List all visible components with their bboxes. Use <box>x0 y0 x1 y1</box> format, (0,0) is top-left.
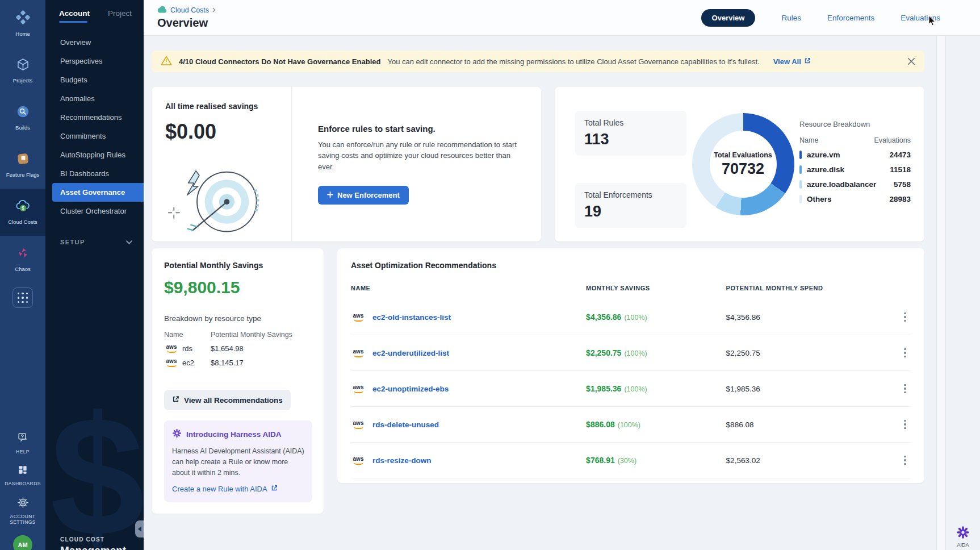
recommendation-link[interactable]: rds-delete-unused <box>372 420 439 429</box>
sidebar-item-perspectives[interactable]: Perspectives <box>45 52 144 70</box>
sidebar-item-autostopping-rules[interactable]: AutoStopping Rules <box>45 145 144 164</box>
tab-rules[interactable]: Rules <box>781 14 801 22</box>
external-link-icon <box>271 485 278 493</box>
banner-message: You can edit connector to add the missin… <box>387 57 759 66</box>
tab-overview[interactable]: Overview <box>701 9 756 27</box>
aida-promo-box: Introducing Harness AIDA Harness AI Deve… <box>164 420 312 502</box>
rail-item-label: Projects <box>2 77 43 84</box>
external-link-icon <box>804 57 811 66</box>
aida-assistant-button[interactable]: AIDA <box>956 526 970 548</box>
rail-item-chaos[interactable]: Chaos <box>0 236 45 283</box>
sidebar-item-cluster-orchestrator[interactable]: Cluster Orchestrator <box>45 202 144 220</box>
sidebar-item-asset-governance[interactable]: Asset Governance <box>52 183 144 202</box>
dollar-watermark: $ <box>50 391 144 550</box>
recommendation-link[interactable]: ec2-unoptimized-ebs <box>372 385 449 393</box>
sidebar-menu: Overview Perspectives Budgets Anomalies … <box>45 33 144 220</box>
target-illustration <box>165 166 278 241</box>
tab-enforcements[interactable]: Enforcements <box>827 14 874 22</box>
rail-item-feature-flags[interactable]: Feature Flags <box>0 141 45 189</box>
row-menu-kebab-icon[interactable] <box>899 453 911 468</box>
banner-title: 4/10 Cloud Connectors Do Not Have Govern… <box>179 57 380 66</box>
aws-icon: aws <box>351 420 366 429</box>
main-content: Cloud Costs Overview Overview Rules Enfo… <box>144 0 980 550</box>
tab-project[interactable]: Project <box>108 9 132 23</box>
recommendation-link[interactable]: rds-resize-down <box>372 456 432 465</box>
cloud-costs-icon <box>15 199 31 215</box>
sidebar-item-recommendations[interactable]: Recommendations <box>45 108 144 127</box>
breadcrumb-cloud-costs-link[interactable]: Cloud Costs <box>170 6 209 14</box>
help-chat-icon <box>16 431 29 446</box>
cloud-icon <box>157 6 167 15</box>
apps-grid-icon <box>12 288 33 308</box>
chaos-icon <box>16 246 30 262</box>
legend-row: azure.loadbalancer 5758 <box>799 180 911 189</box>
breakdown-headers: Name Potential Monthly Savings <box>164 331 312 339</box>
aida-fab-label: AIDA <box>957 542 969 548</box>
plus-icon <box>327 191 333 199</box>
create-rule-with-aida-link[interactable]: Create a new Rule with AIDA <box>172 485 304 493</box>
rail-item-label: Chaos <box>2 266 43 272</box>
sidebar-item-commitments[interactable]: Commitments <box>45 127 144 145</box>
legend-row: Others 28983 <box>799 195 911 203</box>
aida-body: Harness AI Development Assistant (AIDA) … <box>172 446 304 478</box>
breadcrumb: Cloud Costs Overview <box>157 6 216 30</box>
recommendation-link[interactable]: ec2-underutilized-list <box>372 349 449 357</box>
total-enforcements-label: Total Enforcements <box>584 190 677 199</box>
donut-center-value: 70732 <box>722 160 764 178</box>
rail-item-dashboards[interactable]: DASHBOARDS <box>5 464 41 487</box>
sidebar-item-bi-dashboards[interactable]: BI Dashboards <box>45 164 144 183</box>
scrollbar[interactable] <box>936 36 946 550</box>
view-all-link[interactable]: View All <box>773 57 811 66</box>
aida-title: Introducing Harness AIDA <box>186 430 282 439</box>
close-icon[interactable] <box>907 57 915 65</box>
rail-item-label: ACCOUNT SETTINGS <box>5 514 41 526</box>
new-enforcement-button[interactable]: New Enforcement <box>318 186 409 205</box>
module-picker-button[interactable] <box>0 283 45 312</box>
rail-item-account-settings[interactable]: ACCOUNT SETTINGS <box>5 497 41 526</box>
sidebar-collapse-button[interactable] <box>135 520 144 538</box>
legend-color-azure-disk <box>799 165 802 174</box>
rail-item-home[interactable]: Home <box>0 0 45 47</box>
rail-item-projects[interactable]: Projects <box>0 47 45 94</box>
asset-optimization-card: Asset Optimization Recommendations NAME … <box>337 248 924 483</box>
legend-title: Resource Breakdown <box>799 120 911 128</box>
rail-bottom-group: HELP DASHBOARDS ACCOUNT SETTINGS AM <box>0 431 45 550</box>
row-menu-kebab-icon[interactable] <box>899 346 911 360</box>
scope-tabs: Account Project <box>45 0 144 28</box>
legend-color-azure-vm <box>799 151 802 159</box>
view-all-recommendations-button[interactable]: View all Recommendations <box>164 390 291 410</box>
tab-account[interactable]: Account <box>59 9 90 23</box>
table-row: aws ec2-unoptimized-ebs $1,985.36(100%) … <box>351 371 911 407</box>
rail-item-label: Feature Flags <box>2 172 43 178</box>
governance-stats-card: Total Rules 113 Total Enforcements 19 To… <box>555 87 924 241</box>
sidebar-item-overview[interactable]: Overview <box>45 33 144 52</box>
table-row: aws ec2-underutilized-list $2,250.75(100… <box>351 335 911 371</box>
tab-evaluations[interactable]: Evaluations <box>901 14 940 22</box>
governance-nav: Overview Rules Enforcements Evaluations <box>701 9 940 27</box>
total-enforcements-tile: Total Enforcements 19 <box>575 183 686 228</box>
cloud-costs-sidebar: Account Project Overview Perspectives Bu… <box>45 0 144 550</box>
sidebar-item-anomalies[interactable]: Anomalies <box>45 89 144 108</box>
legend-row: azure.vm 24473 <box>799 151 911 159</box>
realised-savings-summary: All time realised savings $0.00 <box>152 87 292 241</box>
rail-item-help[interactable]: HELP <box>16 431 30 455</box>
setup-section-toggle[interactable]: SETUP <box>45 234 144 250</box>
recommendations-title: Asset Optimization Recommendations <box>351 261 911 270</box>
recommendation-link[interactable]: ec2-old-instances-list <box>372 313 451 322</box>
governance-warning-banner: 4/10 Cloud Connectors Do Not Have Govern… <box>152 51 924 72</box>
rail-item-builds[interactable]: Builds <box>0 94 45 141</box>
sidebar-item-budgets[interactable]: Budgets <box>45 70 144 89</box>
row-menu-kebab-icon[interactable] <box>899 310 911 324</box>
chevron-left-icon <box>138 526 141 532</box>
total-rules-tile: Total Rules 113 <box>575 111 686 156</box>
row-menu-kebab-icon[interactable] <box>899 418 911 432</box>
row-menu-kebab-icon[interactable] <box>899 382 911 396</box>
rail-item-cloud-costs[interactable]: Cloud Costs <box>0 189 45 236</box>
aida-flower-icon <box>172 428 182 440</box>
rail-item-label: Home <box>2 31 43 37</box>
legend-row: azure.disk 11518 <box>799 165 911 174</box>
user-avatar[interactable]: AM <box>13 535 32 550</box>
donut-center: Total Evaluations 70732 <box>710 131 777 198</box>
chevron-down-icon <box>126 239 132 245</box>
total-rules-label: Total Rules <box>584 118 677 127</box>
